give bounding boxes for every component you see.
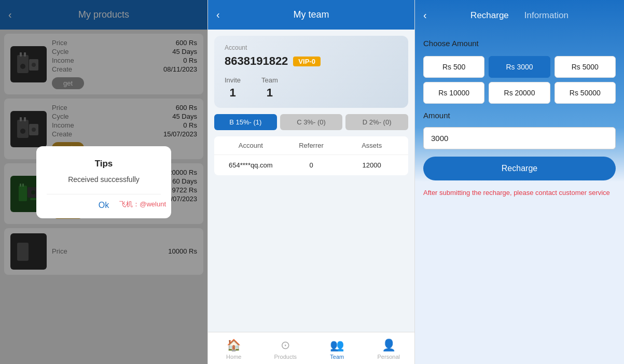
home-icon: 🏠	[227, 339, 241, 352]
amount-btn-4[interactable]: Rs 20000	[489, 82, 550, 104]
nav-team[interactable]: 👥 Team	[311, 337, 363, 362]
team-back-btn[interactable]: ‹	[216, 9, 220, 21]
team-title: My team	[293, 9, 329, 20]
col-referrer-header: Referrer	[281, 142, 342, 149]
tier-tabs: B 15%- (1) C 3%- (0) D 2%- (0)	[214, 114, 408, 130]
team-header: ‹ My team	[208, 0, 414, 30]
panel-products: ‹ My products Price600 Rs Cycle45 Days I…	[0, 0, 207, 364]
tier-tab-d[interactable]: D 2%- (0)	[345, 114, 408, 130]
nav-personal[interactable]: 👤 Personal	[363, 337, 415, 362]
recharge-submit-btn[interactable]: Recharge	[423, 157, 616, 180]
amount-btn-0[interactable]: Rs 500	[423, 56, 484, 78]
nav-products-label: Products	[274, 354, 297, 360]
amount-input[interactable]	[423, 127, 616, 149]
row-referrer-0: 0	[281, 161, 342, 169]
personal-icon: 👤	[382, 339, 396, 352]
col-account-header: Account	[220, 142, 281, 149]
products-icon: ⊙	[281, 339, 290, 352]
modal-box: Tips Received successfully Ok 飞机：@welunt	[36, 146, 171, 218]
invite-label: Invite	[225, 76, 241, 84]
nav-team-label: Team	[330, 354, 344, 360]
amount-label: Amount	[423, 111, 616, 120]
choose-amount-label: Choose Amount	[423, 39, 616, 48]
invite-stat: Invite 1	[225, 76, 241, 100]
row-account-0: 654****qq.com	[220, 161, 281, 169]
team-table-row-0: 654****qq.com 0 12000	[214, 155, 408, 175]
team-icon: 👥	[330, 339, 344, 352]
row-assets-0: 12000	[341, 161, 402, 169]
tab-information[interactable]: Information	[524, 10, 568, 21]
team-stat: Team 1	[261, 76, 278, 100]
bottom-nav: 🏠 Home ⊙ Products 👥 Team 👤 Personal	[208, 332, 414, 364]
team-table-header: Account Referrer Assets	[214, 136, 408, 155]
team-label: Team	[261, 76, 278, 84]
team-content: Account 8638191822 VIP-0 Invite 1 Team 1…	[208, 30, 414, 332]
amount-btn-3[interactable]: Rs 10000	[423, 82, 484, 104]
account-number: 8638191822	[225, 54, 288, 68]
account-stats: Invite 1 Team 1	[225, 76, 398, 100]
panel-recharge: ‹ Recharge Information Choose Amount Rs …	[415, 0, 624, 364]
col-assets-header: Assets	[341, 142, 402, 149]
amount-btn-1[interactable]: Rs 3000	[489, 56, 550, 78]
recharge-back-btn[interactable]: ‹	[423, 9, 427, 21]
team-value: 1	[261, 86, 278, 100]
account-number-row: 8638191822 VIP-0	[225, 54, 398, 68]
modal-title: Tips	[47, 159, 161, 169]
recharge-body: Choose Amount Rs 500 Rs 3000 Rs 5000 Rs …	[415, 31, 624, 364]
nav-products[interactable]: ⊙ Products	[260, 337, 312, 362]
modal-watermark: 飞机：@welunt	[119, 200, 166, 209]
amount-grid: Rs 500 Rs 3000 Rs 5000 Rs 10000 Rs 20000…	[423, 56, 616, 104]
tab-recharge[interactable]: Recharge	[470, 10, 509, 21]
invite-value: 1	[225, 86, 241, 100]
panel-team: ‹ My team Account 8638191822 VIP-0 Invit…	[207, 0, 415, 364]
modal-ok-button[interactable]: Ok	[99, 201, 109, 210]
amount-btn-2[interactable]: Rs 5000	[554, 56, 616, 78]
recharge-header: ‹ Recharge Information	[415, 0, 624, 31]
team-table: Account Referrer Assets 654****qq.com 0 …	[214, 136, 408, 175]
tier-tab-c[interactable]: C 3%- (0)	[280, 114, 343, 130]
recharge-tabs: Recharge Information	[470, 10, 568, 21]
nav-home[interactable]: 🏠 Home	[208, 337, 260, 362]
contact-notice: After submitting the recharge, please co…	[423, 188, 616, 198]
vip-badge: VIP-0	[293, 57, 321, 66]
nav-home-label: Home	[226, 354, 241, 360]
account-label: Account	[225, 44, 398, 51]
modal-message: Received successfully	[47, 175, 161, 184]
modal-overlay: Tips Received successfully Ok 飞机：@welunt	[0, 0, 207, 364]
tier-tab-b[interactable]: B 15%- (1)	[214, 114, 277, 130]
nav-personal-label: Personal	[378, 354, 400, 360]
amount-btn-5[interactable]: Rs 50000	[554, 82, 616, 104]
account-card: Account 8638191822 VIP-0 Invite 1 Team 1	[214, 36, 408, 108]
